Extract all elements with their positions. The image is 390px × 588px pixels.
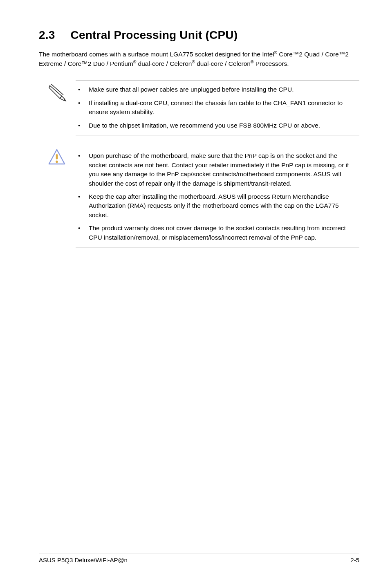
bullet-icon: • [76,85,89,94]
intro-text-5: Processors. [253,60,289,67]
note-content-1: • Make sure that all power cables are un… [76,81,359,135]
note-list-1: • Make sure that all power cables are un… [76,85,359,130]
svg-point-1 [56,161,58,163]
note-block-1: • Make sure that all power cables are un… [47,81,359,135]
note-content-2: • Upon purchase of the motherboard, make… [76,147,359,247]
footer-right: 2-5 [350,557,359,563]
bullet-text: Upon purchase of the motherboard, make s… [89,151,359,188]
intro-paragraph: The motherboard comes with a surface mou… [39,50,359,68]
bullet-icon: • [76,192,89,220]
bullet-text: Due to the chipset limitation, we recomm… [89,121,359,130]
list-item: • If installing a dual-core CPU, connect… [76,99,359,117]
bullet-text: If installing a dual-core CPU, connect t… [89,99,359,117]
caution-icon [47,147,76,247]
list-item: • Due to the chipset limitation, we reco… [76,121,359,130]
bullet-icon: • [76,99,89,117]
bullet-icon: • [76,151,89,188]
bullet-text: The product warranty does not cover dama… [89,224,359,242]
section-title: Central Processing Unit (CPU) [71,29,238,41]
bullet-text: Keep the cap after installing the mother… [89,192,359,220]
svg-rect-0 [56,154,58,159]
reg-mark-1: ® [274,50,277,55]
intro-text-1: The motherboard comes with a surface mou… [39,51,274,58]
pencil-note-icon [47,81,76,135]
bullet-text: Make sure that all power cables are unpl… [89,85,359,94]
section-heading: 2.3Central Processing Unit (CPU) [39,29,359,42]
intro-text-3: dual-core / Celeron [136,60,192,67]
note-list-2: • Upon purchase of the motherboard, make… [76,151,359,242]
footer-left: ASUS P5Q3 Deluxe/WiFi-AP@n [39,557,128,563]
list-item: • Keep the cap after installing the moth… [76,192,359,220]
page-footer: ASUS P5Q3 Deluxe/WiFi-AP@n 2-5 [39,554,359,563]
intro-text-4: dual-core / Celeron [195,60,251,67]
bullet-icon: • [76,121,89,130]
list-item: • Upon purchase of the motherboard, make… [76,151,359,188]
note-block-2: • Upon purchase of the motherboard, make… [47,147,359,247]
list-item: • The product warranty does not cover da… [76,224,359,242]
list-item: • Make sure that all power cables are un… [76,85,359,94]
bullet-icon: • [76,224,89,242]
reg-mark-3: ® [192,60,195,64]
section-number: 2.3 [39,29,55,42]
